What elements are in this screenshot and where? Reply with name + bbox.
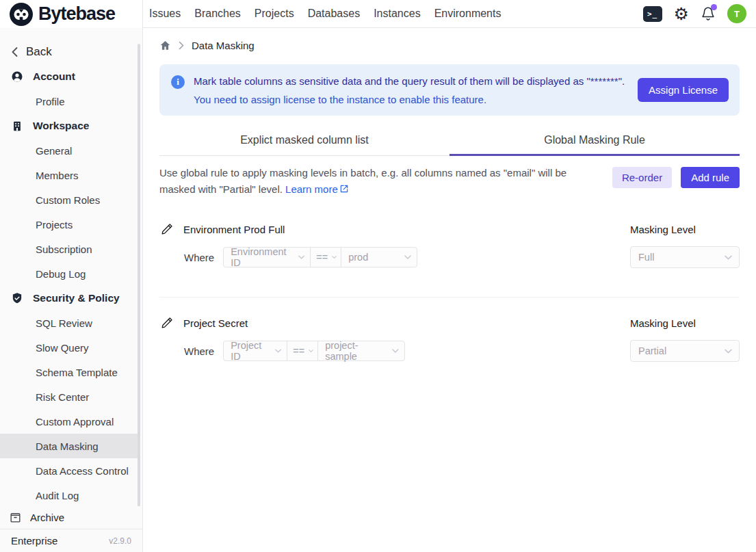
tab-explicit-masked-column-list[interactable]: Explict masked column list <box>159 127 449 155</box>
masking-rule-card-2: Project Secret Masking Level Where Proje… <box>159 297 740 362</box>
external-link-icon <box>339 182 349 198</box>
license-banner: i Mark table columns as sensitive data a… <box>159 64 740 116</box>
masking-level-select[interactable]: Partial <box>630 340 740 362</box>
nav-branches[interactable]: Branches <box>194 8 241 20</box>
chevron-down-icon <box>275 349 281 353</box>
chevron-down-icon <box>309 349 313 353</box>
home-icon[interactable] <box>159 40 171 51</box>
breadcrumb: Data Masking <box>143 28 756 58</box>
sidebar-item-audit-log[interactable]: Audit Log <box>0 483 138 506</box>
sidebar-section-account: Account <box>0 64 138 89</box>
user-icon <box>11 70 23 83</box>
masking-level-label: Masking Level <box>630 317 740 329</box>
masking-level-select[interactable]: Full <box>630 246 740 268</box>
rules-description: Use global rule to apply masking levels … <box>159 165 601 198</box>
chevron-down-icon <box>392 349 399 353</box>
sidebar-item-schema-template[interactable]: Schema Template <box>0 360 138 384</box>
condition-operator-value: == <box>316 252 328 263</box>
rules-description-text: Use global rule to apply masking levels … <box>159 167 566 195</box>
learn-more-link[interactable]: Learn more <box>285 183 338 195</box>
app-window: Bytebase Back Account Profile <box>0 0 756 552</box>
sidebar-item-members[interactable]: Members <box>0 163 138 187</box>
masking-level-label: Masking Level <box>630 224 740 235</box>
nav-instances[interactable]: Instances <box>374 8 420 20</box>
brand[interactable]: Bytebase <box>0 0 142 28</box>
sidebar-item-risk-center[interactable]: Risk Center <box>0 384 138 409</box>
plan-name: Enterprise <box>11 535 57 547</box>
archive-button[interactable]: Archive <box>0 506 142 529</box>
notification-dot <box>711 4 717 10</box>
top-navbar: Issues Branches Projects Databases Insta… <box>143 0 756 28</box>
sidebar-scrollbar[interactable] <box>138 44 140 520</box>
building-icon <box>11 120 23 132</box>
data-masking-page: Data Masking i Mark table columns as sen… <box>143 28 756 552</box>
chevron-down-icon <box>725 255 732 260</box>
chevron-left-icon <box>11 47 18 57</box>
breadcrumb-current: Data Masking <box>192 40 255 51</box>
back-button[interactable]: Back <box>0 28 138 64</box>
condition-operator-select[interactable]: == <box>287 341 318 361</box>
sidebar-item-data-access-control[interactable]: Data Access Control <box>0 458 138 483</box>
breadcrumb-chevron-icon <box>179 41 184 50</box>
back-label: Back <box>26 45 52 59</box>
condition-field-value: Environment ID <box>231 246 294 268</box>
sidebar-item-custom-approval[interactable]: Custom Approval <box>0 409 138 434</box>
sidebar-section-workspace: Workspace <box>0 114 138 138</box>
version-label: v2.9.0 <box>109 536 131 546</box>
settings-gear-icon[interactable]: ⚙ <box>674 5 689 23</box>
section-label: Account <box>33 70 75 83</box>
shield-check-icon <box>11 292 23 304</box>
reorder-button[interactable]: Re-order <box>612 167 672 188</box>
avatar[interactable]: T <box>727 4 746 23</box>
sidebar-item-slow-query[interactable]: Slow Query <box>0 335 138 360</box>
masking-rules-list: Environment Prod Full Masking Level Wher… <box>159 198 740 362</box>
sidebar-item-general[interactable]: General <box>0 138 138 163</box>
sidebar-item-custom-roles[interactable]: Custom Roles <box>0 187 138 212</box>
nav-projects[interactable]: Projects <box>255 8 294 20</box>
chevron-down-icon <box>404 255 411 259</box>
masking-level-value: Full <box>638 252 654 263</box>
edit-pencil-icon[interactable] <box>161 222 174 236</box>
nav-issues[interactable]: Issues <box>149 8 181 20</box>
rules-header: Use global rule to apply masking levels … <box>159 165 740 198</box>
tab-global-masking-rule[interactable]: Global Masking Rule <box>449 127 740 155</box>
rule-title: Project Secret <box>183 317 248 329</box>
edit-pencil-icon[interactable] <box>161 316 174 330</box>
chevron-down-icon <box>725 349 732 354</box>
condition-field-select[interactable]: Project ID <box>223 341 287 361</box>
sidebar-section-security-policy: Security & Policy <box>0 286 138 311</box>
chevron-down-icon <box>332 255 337 259</box>
condition-expression: Project ID == project-sample <box>223 341 405 361</box>
section-label: Security & Policy <box>33 292 120 304</box>
sidebar-item-sql-review[interactable]: SQL Review <box>0 311 138 335</box>
masking-level-value: Partial <box>638 345 666 356</box>
chevron-down-icon <box>298 255 304 259</box>
condition-operator-select[interactable]: == <box>310 247 341 267</box>
condition-value-text: project-sample <box>325 340 388 362</box>
assign-license-button[interactable]: Assign License <box>638 78 729 102</box>
sidebar-item-profile[interactable]: Profile <box>0 89 138 114</box>
archive-icon <box>9 511 22 524</box>
condition-operator-value: == <box>293 345 304 356</box>
masking-tabs: Explict masked column list Global Maskin… <box>159 127 740 156</box>
banner-message: Mark table columns as sensitive data and… <box>194 75 629 87</box>
condition-value-select[interactable]: project-sample <box>317 341 405 361</box>
nav-databases[interactable]: Databases <box>308 8 361 20</box>
archive-label: Archive <box>30 512 64 523</box>
add-rule-button[interactable]: Add rule <box>681 167 740 188</box>
main-nav: Issues Branches Projects Databases Insta… <box>149 8 501 20</box>
sidebar-scroll-area: Back Account Profile <box>0 28 138 506</box>
nav-environments[interactable]: Environments <box>434 8 501 20</box>
settings-sidebar: Bytebase Back Account Profile <box>0 0 143 552</box>
notifications-bell-icon[interactable] <box>701 6 716 21</box>
sidebar-item-subscription[interactable]: Subscription <box>0 237 138 261</box>
where-label: Where <box>184 252 214 263</box>
sidebar-item-debug-log[interactable]: Debug Log <box>0 261 138 286</box>
brand-wordmark: Bytebase <box>38 3 115 25</box>
section-label: Workspace <box>33 120 89 132</box>
condition-field-select[interactable]: Environment ID <box>223 247 311 267</box>
condition-value-select[interactable]: prod <box>341 247 417 267</box>
sidebar-item-projects[interactable]: Projects <box>0 212 138 237</box>
sidebar-item-data-masking[interactable]: Data Masking <box>0 434 138 458</box>
sql-editor-terminal-icon[interactable]: >_ <box>643 6 662 22</box>
